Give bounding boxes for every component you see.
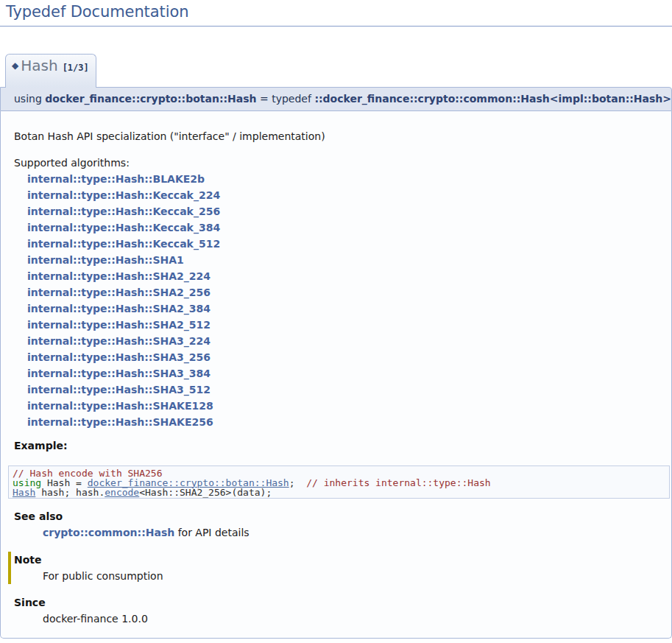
- member-item: ◆Hash[1/3] using docker_finance::crypto:…: [0, 54, 672, 639]
- see-also-content: crypto::common::Hash for API details: [43, 524, 664, 541]
- algorithm-link-list: internal::type::Hash::BLAKE2binternal::t…: [14, 171, 664, 430]
- see-also-section: See also crypto::common::Hash for API de…: [14, 508, 664, 541]
- algorithm-link[interactable]: internal::type::Hash::SHA2_512: [27, 317, 664, 333]
- code-link[interactable]: Hash: [13, 487, 35, 498]
- decl-target-link[interactable]: ::docker_finance::crypto::common::Hash<i…: [314, 93, 671, 105]
- algorithm-link[interactable]: internal::type::Hash::SHA2_384: [27, 301, 664, 317]
- algorithm-link[interactable]: internal::type::Hash::SHA2_256: [27, 284, 664, 301]
- note-label: Note: [14, 552, 664, 568]
- since-text: docker-finance 1.0.0: [43, 611, 664, 627]
- permalink-diamond-icon[interactable]: ◆: [12, 60, 18, 71]
- decl-equals: = typedef: [257, 93, 315, 105]
- code-comment: // inherits internal::type::Hash: [306, 477, 490, 488]
- member-title-tab: ◆Hash[1/3]: [5, 54, 96, 88]
- since-label: Since: [14, 594, 664, 611]
- code-line: Hash hash; hash.encode<Hash::SHA2_256>(d…: [13, 488, 272, 497]
- algorithm-link[interactable]: internal::type::Hash::Keccak_384: [27, 219, 664, 236]
- note-section: Note For public consumption: [8, 552, 664, 584]
- decl-prefix: using: [14, 93, 45, 105]
- content-area: Typedef Documentation ◆Hash[1/3] using d…: [0, 0, 672, 639]
- see-also-suffix: for API details: [174, 527, 249, 538]
- code-link[interactable]: encode: [105, 487, 139, 498]
- algorithm-link[interactable]: internal::type::Hash::SHA3_384: [27, 365, 664, 382]
- algorithm-link[interactable]: internal::type::Hash::SHA3_256: [27, 349, 664, 365]
- member-overload-count: [1/3]: [63, 63, 89, 73]
- algorithm-link[interactable]: internal::type::Hash::Keccak_224: [27, 187, 664, 203]
- algorithm-link[interactable]: internal::type::Hash::Keccak_256: [27, 203, 664, 219]
- algorithm-link[interactable]: internal::type::Hash::Keccak_512: [27, 236, 664, 252]
- algorithm-link[interactable]: internal::type::Hash::SHAKE128: [27, 398, 664, 414]
- algorithm-link[interactable]: internal::type::Hash::BLAKE2b: [27, 171, 664, 187]
- decl-alias-link[interactable]: docker_finance::crypto::botan::Hash: [45, 93, 256, 105]
- example-label: Example:: [14, 438, 664, 454]
- page-title: Typedef Documentation: [0, 0, 672, 27]
- algorithm-link[interactable]: internal::type::Hash::SHA1: [27, 252, 664, 268]
- algorithm-link[interactable]: internal::type::Hash::SHAKE256: [27, 414, 664, 430]
- member-documentation: Botan Hash API specialization ("interfac…: [0, 111, 672, 639]
- algorithm-link[interactable]: internal::type::Hash::SHA2_224: [27, 268, 664, 284]
- code-example-block: // Hash encode with SHA256using Hash = d…: [8, 465, 670, 499]
- code-plain: ;: [289, 477, 306, 488]
- supported-algorithms-label: Supported algorithms:: [14, 155, 664, 171]
- see-also-label: See also: [14, 508, 664, 524]
- code-plain: hash; hash.: [35, 487, 105, 498]
- member-prototype: using docker_finance::crypto::botan::Has…: [0, 87, 672, 111]
- see-also-link[interactable]: crypto::common::Hash: [43, 527, 174, 538]
- code-plain: <Hash::SHA2_256>(data);: [139, 487, 272, 498]
- member-description: Botan Hash API specialization ("interfac…: [14, 128, 664, 144]
- algorithm-link[interactable]: internal::type::Hash::SHA3_224: [27, 333, 664, 349]
- since-section: Since docker-finance 1.0.0: [14, 594, 664, 627]
- note-text: For public consumption: [43, 568, 664, 584]
- member-name: Hash: [21, 57, 57, 74]
- algorithm-link[interactable]: internal::type::Hash::SHA3_512: [27, 382, 664, 398]
